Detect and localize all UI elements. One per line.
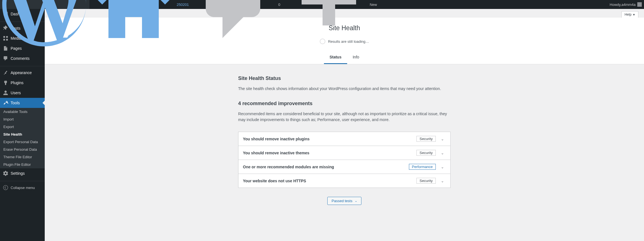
status-section-desc: The site health check shows information … [238,86,451,92]
issue-row: One or more recommended modules are miss… [238,160,450,174]
help-label: Help [624,13,631,16]
sidebar-item-tools[interactable]: Tools [0,98,45,108]
howdy-prefix: Howdy, [610,3,621,7]
comments-link[interactable]: 0 [191,0,282,9]
issue-toggle[interactable]: You should remove inactive themes Securi… [238,146,450,160]
submenu-erase-personal-data[interactable]: Erase Personal Data [0,146,45,153]
tab-info[interactable]: Info [347,51,365,64]
sidebar-item-users[interactable]: Users [0,88,45,98]
menu-separator [0,65,45,66]
wrench-icon [3,100,8,106]
user-icon [3,90,8,96]
username: a4mm4a [621,3,636,7]
submenu-export[interactable]: Export [0,123,45,131]
help-tab-button[interactable]: Help ▼ [621,11,638,18]
collapse-menu-button[interactable]: Collapse menu [0,183,45,193]
issue-badge: Security [416,136,436,142]
comments-count: 0 [278,3,280,7]
sidebar-item-label: Pages [11,46,22,51]
collapse-icon [3,185,8,190]
home-icon [92,0,176,46]
new-content-link[interactable]: New [283,0,379,9]
recommended-desc: Recommended items are considered benefic… [238,111,451,123]
submenu-site-health[interactable]: Site Health [0,131,45,138]
tools-submenu: Available Tools Import Export Site Healt… [0,108,45,168]
wp-logo[interactable] [0,0,89,9]
sidebar-item-label: Appearance [11,70,32,75]
recommended-title: 4 recommended improvements [238,101,451,107]
sidebar-item-label: Settings [11,171,25,176]
tab-status[interactable]: Status [324,51,347,64]
submenu-available-tools[interactable]: Available Tools [0,108,45,115]
sidebar-item-label: Comments [11,56,30,61]
chevron-down-icon: ⌄ [439,151,446,155]
issue-badge: Security [416,150,436,156]
sidebar-item-label: Users [11,91,21,95]
submenu-plugin-file-editor[interactable]: Plugin File Editor [0,161,45,168]
issue-toggle[interactable]: One or more recommended modules are miss… [238,160,450,174]
submenu-import[interactable]: Import [0,115,45,123]
comment-icon [193,0,277,46]
brush-icon [3,70,8,75]
site-name-link[interactable]: 250201 [89,0,191,9]
account-link[interactable]: Howdy, a4mm4a [607,0,644,9]
issue-row: Your website does not use HTTPS Security… [238,174,450,188]
issue-title: You should remove inactive plugins [243,137,310,141]
passed-tests-button[interactable]: Passed tests ⌄ [327,197,361,205]
plug-icon [3,80,8,86]
issue-badge: Performance [409,164,436,170]
sidebar-item-plugins[interactable]: Plugins [0,78,45,88]
status-section-title: Site Health Status [238,75,451,81]
issue-title: One or more recommended modules are miss… [243,165,334,169]
chevron-down-icon: ⌄ [439,137,446,141]
plus-icon [285,0,369,46]
avatar-icon [637,2,642,7]
issue-title: Your website does not use HTTPS [243,179,306,183]
issue-badge: Security [416,178,436,184]
svg-point-0 [3,185,8,190]
passed-tests-label: Passed tests [332,199,352,203]
issue-row: You should remove inactive plugins Secur… [238,132,450,146]
new-label: New [370,3,377,7]
gear-icon [3,171,8,176]
sidebar-item-settings[interactable]: Settings [0,168,45,178]
menu-separator [0,180,45,181]
sidebar-item-appearance[interactable]: Appearance [0,68,45,78]
sidebar-item-comments[interactable]: Comments [0,53,45,63]
issue-toggle[interactable]: Your website does not use HTTPS Security… [238,174,450,188]
issue-title: You should remove inactive themes [243,151,309,155]
issues-accordion: You should remove inactive plugins Secur… [238,132,451,188]
chevron-down-icon: ⌄ [355,199,357,203]
collapse-label: Collapse menu [11,186,35,190]
issue-toggle[interactable]: You should remove inactive plugins Secur… [238,132,450,146]
page-icon [3,46,8,51]
sidebar-item-label: Plugins [11,81,23,85]
chevron-down-icon: ⌄ [439,165,446,169]
site-name-text: 250201 [177,3,189,7]
chevron-down-icon: ⌄ [439,179,446,183]
comments-icon [3,56,8,61]
sidebar-item-label: Tools [11,101,20,105]
issue-row: You should remove inactive themes Securi… [238,146,450,160]
wordpress-icon [2,0,86,46]
chevron-down-icon: ▼ [633,13,635,16]
submenu-theme-file-editor[interactable]: Theme File Editor [0,153,45,161]
submenu-export-personal-data[interactable]: Export Personal Data [0,138,45,146]
